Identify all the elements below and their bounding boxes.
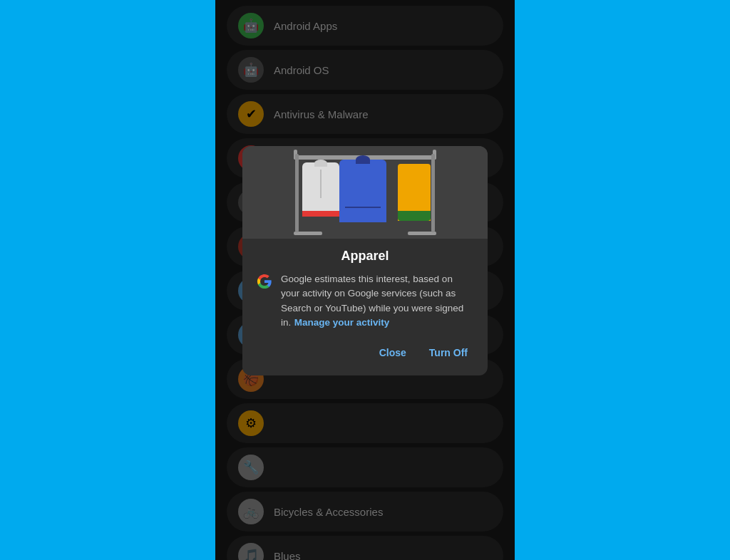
phone-container: 🤖 Android Apps 🤖 Android OS ✔ Antivirus …	[215, 0, 515, 560]
modal-actions: Close Turn off	[242, 338, 488, 370]
apparel-modal: Apparel Google estimates this interest, …	[242, 146, 488, 375]
modal-description: Google estimates this interest, based on…	[281, 272, 473, 330]
close-button[interactable]: Close	[371, 341, 415, 364]
turn-off-button[interactable]: Turn off	[421, 341, 476, 364]
modal-image	[242, 146, 488, 239]
manage-activity-link[interactable]: Manage your activity	[294, 317, 390, 328]
google-logo-icon	[257, 274, 272, 289]
modal-body: Google estimates this interest, based on…	[242, 266, 488, 338]
modal-title: Apparel	[242, 239, 488, 266]
